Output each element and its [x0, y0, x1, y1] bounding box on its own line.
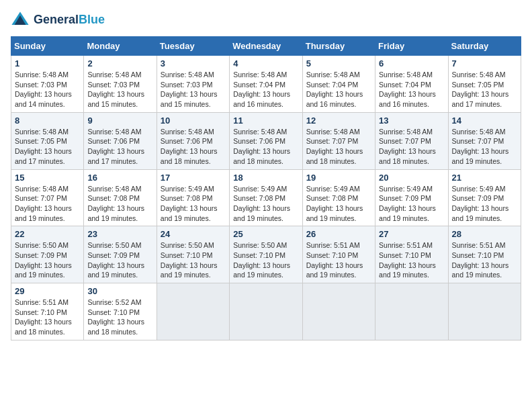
day-number: 9 [87, 116, 152, 126]
logo-text: GeneralBlue [34, 13, 105, 27]
day-number: 11 [233, 116, 298, 126]
day-info: Sunrise: 5:48 AMSunset: 7:06 PMDaylight:… [87, 128, 144, 165]
calendar-week-4: 22 Sunrise: 5:50 AMSunset: 7:09 PMDaylig… [11, 226, 521, 283]
calendar-cell: 22 Sunrise: 5:50 AMSunset: 7:09 PMDaylig… [11, 226, 84, 283]
calendar-cell: 3 Sunrise: 5:48 AMSunset: 7:03 PMDayligh… [157, 56, 229, 113]
day-info: Sunrise: 5:50 AMSunset: 7:09 PMDaylight:… [87, 241, 144, 279]
calendar-cell: 6 Sunrise: 5:48 AMSunset: 7:04 PMDayligh… [375, 56, 448, 113]
calendar-cell: 20 Sunrise: 5:49 AMSunset: 7:09 PMDaylig… [375, 169, 448, 226]
day-number: 5 [306, 58, 371, 68]
day-info: Sunrise: 5:48 AMSunset: 7:06 PMDaylight:… [161, 128, 218, 165]
day-info: Sunrise: 5:51 AMSunset: 7:10 PMDaylight:… [15, 298, 72, 336]
day-number: 4 [233, 58, 298, 68]
calendar-cell: 2 Sunrise: 5:48 AMSunset: 7:03 PMDayligh… [84, 56, 157, 113]
day-info: Sunrise: 5:48 AMSunset: 7:03 PMDaylight:… [87, 71, 144, 108]
day-info: Sunrise: 5:48 AMSunset: 7:07 PMDaylight:… [306, 128, 363, 165]
logo: GeneralBlue [11, 11, 105, 30]
day-number: 23 [87, 229, 152, 239]
column-header-saturday: Saturday [448, 37, 521, 56]
calendar-cell: 14 Sunrise: 5:48 AMSunset: 7:07 PMDaylig… [448, 112, 521, 169]
day-info: Sunrise: 5:49 AMSunset: 7:08 PMDaylight:… [306, 185, 363, 222]
day-number: 7 [452, 58, 517, 68]
day-info: Sunrise: 5:52 AMSunset: 7:10 PMDaylight:… [87, 298, 144, 336]
day-number: 27 [379, 229, 444, 239]
day-info: Sunrise: 5:48 AMSunset: 7:03 PMDaylight:… [15, 71, 72, 108]
calendar-cell: 21 Sunrise: 5:49 AMSunset: 7:09 PMDaylig… [448, 169, 521, 226]
day-number: 8 [15, 116, 80, 126]
day-number: 15 [15, 173, 80, 183]
day-info: Sunrise: 5:50 AMSunset: 7:10 PMDaylight:… [161, 241, 218, 279]
day-info: Sunrise: 5:50 AMSunset: 7:10 PMDaylight:… [233, 241, 290, 279]
day-info: Sunrise: 5:48 AMSunset: 7:05 PMDaylight:… [15, 128, 72, 165]
day-number: 3 [161, 58, 226, 68]
column-header-sunday: Sunday [11, 37, 84, 56]
day-number: 30 [87, 286, 152, 296]
column-header-monday: Monday [84, 37, 157, 56]
page-header: GeneralBlue [11, 11, 521, 30]
day-info: Sunrise: 5:49 AMSunset: 7:08 PMDaylight:… [233, 185, 290, 222]
calendar-week-1: 1 Sunrise: 5:48 AMSunset: 7:03 PMDayligh… [11, 56, 521, 113]
calendar-cell [157, 283, 229, 340]
day-number: 1 [15, 58, 80, 68]
calendar-cell: 10 Sunrise: 5:48 AMSunset: 7:06 PMDaylig… [157, 112, 229, 169]
day-info: Sunrise: 5:48 AMSunset: 7:03 PMDaylight:… [161, 71, 218, 108]
day-number: 13 [379, 116, 444, 126]
day-number: 14 [452, 116, 517, 126]
calendar-cell: 30 Sunrise: 5:52 AMSunset: 7:10 PMDaylig… [84, 283, 157, 340]
calendar-cell: 26 Sunrise: 5:51 AMSunset: 7:10 PMDaylig… [302, 226, 375, 283]
day-info: Sunrise: 5:48 AMSunset: 7:07 PMDaylight:… [452, 128, 509, 165]
calendar-cell: 9 Sunrise: 5:48 AMSunset: 7:06 PMDayligh… [84, 112, 157, 169]
day-number: 16 [87, 173, 152, 183]
column-header-thursday: Thursday [302, 37, 375, 56]
day-info: Sunrise: 5:48 AMSunset: 7:04 PMDaylight:… [379, 71, 436, 108]
calendar-table: SundayMondayTuesdayWednesdayThursdayFrid… [11, 36, 521, 340]
calendar-cell: 24 Sunrise: 5:50 AMSunset: 7:10 PMDaylig… [157, 226, 229, 283]
calendar-cell [230, 283, 302, 340]
logo-icon [11, 11, 30, 30]
column-header-wednesday: Wednesday [230, 37, 302, 56]
calendar-week-3: 15 Sunrise: 5:48 AMSunset: 7:07 PMDaylig… [11, 169, 521, 226]
day-info: Sunrise: 5:48 AMSunset: 7:08 PMDaylight:… [87, 185, 144, 222]
calendar-cell [375, 283, 448, 340]
day-info: Sunrise: 5:48 AMSunset: 7:06 PMDaylight:… [233, 128, 290, 165]
day-info: Sunrise: 5:51 AMSunset: 7:10 PMDaylight:… [452, 241, 509, 279]
day-number: 20 [379, 173, 444, 183]
calendar-cell: 17 Sunrise: 5:49 AMSunset: 7:08 PMDaylig… [157, 169, 229, 226]
calendar-cell: 27 Sunrise: 5:51 AMSunset: 7:10 PMDaylig… [375, 226, 448, 283]
day-number: 21 [452, 173, 517, 183]
day-number: 22 [15, 229, 80, 239]
calendar-cell: 8 Sunrise: 5:48 AMSunset: 7:05 PMDayligh… [11, 112, 84, 169]
calendar-cell [302, 283, 375, 340]
column-header-friday: Friday [375, 37, 448, 56]
day-number: 12 [306, 116, 371, 126]
day-info: Sunrise: 5:48 AMSunset: 7:05 PMDaylight:… [452, 71, 509, 108]
calendar-cell: 12 Sunrise: 5:48 AMSunset: 7:07 PMDaylig… [302, 112, 375, 169]
day-info: Sunrise: 5:51 AMSunset: 7:10 PMDaylight:… [306, 241, 363, 279]
calendar-cell: 11 Sunrise: 5:48 AMSunset: 7:06 PMDaylig… [230, 112, 302, 169]
day-info: Sunrise: 5:48 AMSunset: 7:07 PMDaylight:… [379, 128, 436, 165]
calendar-cell: 7 Sunrise: 5:48 AMSunset: 7:05 PMDayligh… [448, 56, 521, 113]
calendar-cell: 16 Sunrise: 5:48 AMSunset: 7:08 PMDaylig… [84, 169, 157, 226]
day-number: 6 [379, 58, 444, 68]
column-header-tuesday: Tuesday [157, 37, 229, 56]
calendar-cell: 25 Sunrise: 5:50 AMSunset: 7:10 PMDaylig… [230, 226, 302, 283]
calendar-cell: 29 Sunrise: 5:51 AMSunset: 7:10 PMDaylig… [11, 283, 84, 340]
day-info: Sunrise: 5:49 AMSunset: 7:09 PMDaylight:… [452, 185, 509, 222]
calendar-cell: 19 Sunrise: 5:49 AMSunset: 7:08 PMDaylig… [302, 169, 375, 226]
day-number: 24 [161, 229, 226, 239]
day-info: Sunrise: 5:49 AMSunset: 7:09 PMDaylight:… [379, 185, 436, 222]
calendar-cell: 23 Sunrise: 5:50 AMSunset: 7:09 PMDaylig… [84, 226, 157, 283]
day-number: 29 [15, 286, 80, 296]
calendar-body: 1 Sunrise: 5:48 AMSunset: 7:03 PMDayligh… [11, 56, 521, 340]
day-info: Sunrise: 5:48 AMSunset: 7:07 PMDaylight:… [15, 185, 72, 222]
day-info: Sunrise: 5:50 AMSunset: 7:09 PMDaylight:… [15, 241, 72, 279]
day-number: 28 [452, 229, 517, 239]
day-info: Sunrise: 5:51 AMSunset: 7:10 PMDaylight:… [379, 241, 436, 279]
day-number: 17 [161, 173, 226, 183]
day-number: 19 [306, 173, 371, 183]
calendar-week-2: 8 Sunrise: 5:48 AMSunset: 7:05 PMDayligh… [11, 112, 521, 169]
calendar-week-5: 29 Sunrise: 5:51 AMSunset: 7:10 PMDaylig… [11, 283, 521, 340]
day-info: Sunrise: 5:48 AMSunset: 7:04 PMDaylight:… [306, 71, 363, 108]
calendar-header-row: SundayMondayTuesdayWednesdayThursdayFrid… [11, 37, 521, 56]
day-number: 26 [306, 229, 371, 239]
